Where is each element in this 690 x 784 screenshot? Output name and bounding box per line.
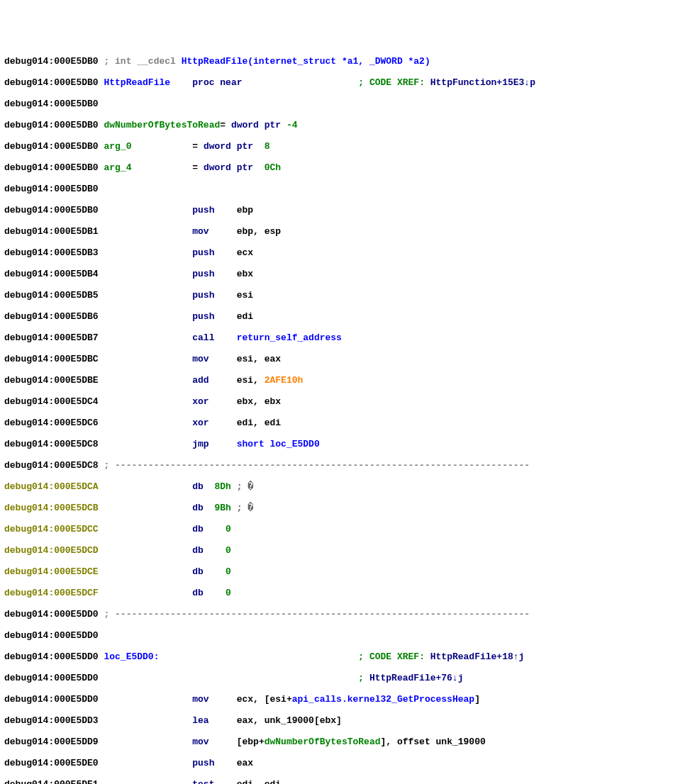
disasm-line[interactable]: debug014:000E5DBC mov esi, eax [4,354,686,364]
disasm-line[interactable]: debug014:000E5DB0 push ebp [4,205,686,215]
disasm-line[interactable]: debug014:000E5DCF db 0 [4,588,686,598]
disasm-line[interactable]: debug014:000E5DE1 test edi, edi [4,779,686,784]
disasm-line[interactable]: debug014:000E5DCB db 9Bh ; � [4,503,686,513]
disasm-line[interactable]: debug014:000E5DB0 HttpReadFile proc near… [4,77,686,88]
disasm-line[interactable]: debug014:000E5DB0 arg_4 = dword ptr 0Ch [4,162,686,173]
disasm-line[interactable]: debug014:000E5DD9 mov [ebp+dwNumberOfByt… [4,737,686,747]
disasm-line[interactable]: debug014:000E5DC8 jmp short loc_E5DD0 [4,439,686,449]
disasm-line[interactable]: debug014:000E5DCD db 0 [4,545,686,556]
disasm-line[interactable]: debug014:000E5DD0 ; HttpReadFile+76↓j [4,673,686,683]
disasm-line[interactable]: debug014:000E5DCE db 0 [4,566,686,577]
disasm-line[interactable]: debug014:000E5DCA db 8Dh ; � [4,481,686,492]
disasm-line[interactable]: debug014:000E5DB1 mov ebp, esp [4,226,686,237]
disasm-line[interactable]: debug014:000E5DD3 lea eax, unk_19000[ebx… [4,715,686,726]
disasm-line[interactable]: debug014:000E5DB0 [4,99,686,109]
disasm-line[interactable]: debug014:000E5DB0 arg_0 = dword ptr 8 [4,141,686,152]
disasm-line[interactable]: debug014:000E5DB3 push ecx [4,247,686,258]
disasm-line[interactable]: debug014:000E5DB0 dwNumberOfBytesToRead=… [4,120,686,130]
disasm-line[interactable]: debug014:000E5DD0 ; --------------------… [4,609,686,620]
disasm-line[interactable]: debug014:000E5DB0 [4,184,686,194]
disasm-line[interactable]: debug014:000E5DC8 ; --------------------… [4,460,686,471]
disasm-line[interactable]: debug014:000E5DBE add esi, 2AFE10h [4,375,686,386]
disasm-line[interactable]: debug014:000E5DB0 ; int __cdecl HttpRead… [4,56,686,67]
disassembly-listing: debug014:000E5DB0 ; int __cdecl HttpRead… [4,45,686,784]
disasm-line[interactable]: debug014:000E5DE0 push eax [4,758,686,768]
disasm-line[interactable]: debug014:000E5DD0 [4,630,686,641]
disasm-line[interactable]: debug014:000E5DD0 mov ecx, [esi+api_call… [4,694,686,705]
disasm-line[interactable]: debug014:000E5DB6 push edi [4,311,686,322]
disasm-line[interactable]: debug014:000E5DD0 loc_E5DD0: ; CODE XREF… [4,651,686,662]
disasm-line[interactable]: debug014:000E5DB7 call return_self_addre… [4,332,686,343]
disasm-line[interactable]: debug014:000E5DB5 push esi [4,290,686,301]
disasm-line[interactable]: debug014:000E5DC4 xor ebx, ebx [4,396,686,407]
disasm-line[interactable]: debug014:000E5DB4 push ebx [4,269,686,279]
disasm-line[interactable]: debug014:000E5DC6 xor edi, edi [4,418,686,428]
disasm-line[interactable]: debug014:000E5DCC db 0 [4,524,686,534]
